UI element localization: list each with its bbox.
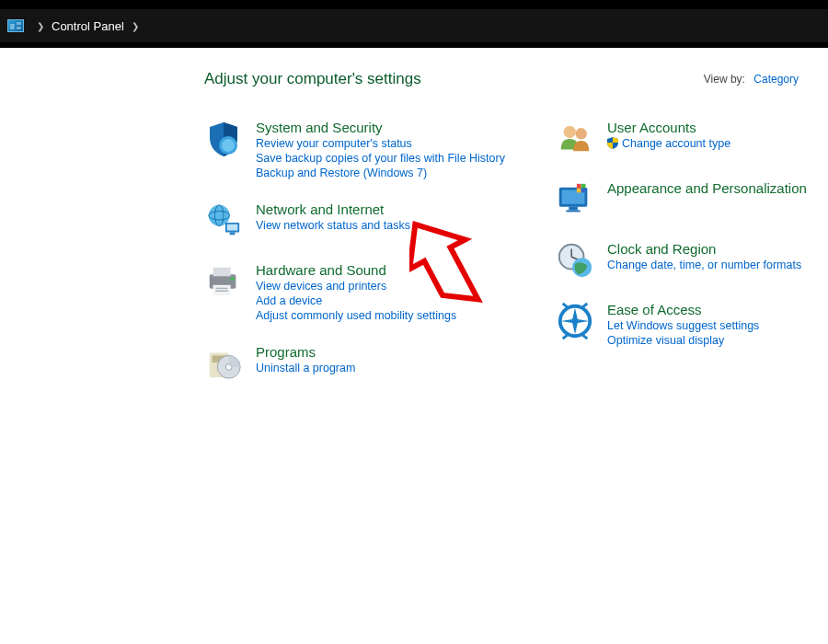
people-icon — [556, 120, 594, 158]
window-titlebar — [0, 0, 828, 9]
view-by-label: View by: — [704, 73, 745, 86]
control-panel-icon — [7, 19, 24, 32]
svg-rect-26 — [581, 184, 586, 189]
ease-of-access-icon — [556, 302, 594, 340]
sublink[interactable]: Uninstall a program — [256, 362, 355, 374]
sublink[interactable]: Adjust commonly used mobility settings — [256, 309, 456, 322]
category-link-user-accounts[interactable]: User Accounts — [607, 120, 696, 135]
chevron-right-icon[interactable]: ❯ — [124, 21, 146, 31]
disc-box-icon — [204, 344, 243, 383]
sublink[interactable]: Optimize visual display — [607, 334, 759, 347]
category-column-right: User Accounts Change account type — [556, 120, 813, 405]
category-hardware-sound: Hardware and Sound View devices and prin… — [204, 262, 508, 322]
sublink[interactable]: Save backup copies of your files with Fi… — [256, 152, 505, 165]
svg-rect-23 — [569, 207, 578, 211]
chevron-right-icon[interactable]: ❯ — [29, 21, 52, 31]
svg-point-1 — [222, 139, 235, 152]
monitor-personalization-icon — [556, 180, 594, 219]
svg-rect-6 — [227, 224, 237, 231]
sublink[interactable]: View devices and printers — [256, 280, 456, 293]
category-system-security: System and Security Review your computer… — [204, 120, 508, 179]
page-title: Adjust your computer's settings — [204, 70, 421, 88]
sublink[interactable]: Let Windows suggest settings — [607, 319, 759, 332]
sublink[interactable]: Change date, time, or number formats — [607, 259, 801, 271]
category-link-hardware-sound[interactable]: Hardware and Sound — [256, 262, 386, 278]
clock-globe-icon — [556, 241, 594, 280]
svg-point-11 — [231, 277, 235, 281]
category-link-network-internet[interactable]: Network and Internet — [256, 201, 384, 217]
sublink[interactable]: Change account type — [607, 137, 730, 150]
category-user-accounts: User Accounts Change account type — [556, 120, 813, 158]
sublink[interactable]: Backup and Restore (Windows 7) — [256, 167, 505, 179]
address-bar[interactable]: ❯ Control Panel ❯ — [0, 9, 828, 42]
uac-shield-icon — [607, 137, 618, 149]
svg-rect-25 — [577, 184, 581, 189]
category-network-internet: Network and Internet View network status… — [204, 201, 508, 240]
svg-rect-12 — [215, 288, 227, 289]
printer-icon — [204, 262, 243, 301]
svg-rect-27 — [577, 189, 581, 193]
sublink[interactable]: Review your computer's status — [256, 137, 505, 150]
content-area: Adjust your computer's settings View by:… — [0, 48, 828, 405]
category-ease-of-access: Ease of Access Let Windows suggest setti… — [556, 302, 813, 347]
svg-rect-28 — [581, 189, 586, 193]
globe-network-icon — [204, 201, 243, 240]
category-link-system-security[interactable]: System and Security — [256, 120, 383, 135]
category-appearance-personalization: Appearance and Personalization — [556, 180, 813, 219]
svg-rect-9 — [213, 268, 231, 277]
category-column-left: System and Security Review your computer… — [204, 120, 508, 405]
svg-point-20 — [575, 128, 586, 139]
category-programs: Programs Uninstall a program — [204, 344, 508, 383]
sublink[interactable]: Add a device — [256, 294, 456, 307]
view-by-dropdown[interactable]: Category — [753, 73, 799, 86]
svg-point-19 — [564, 126, 576, 138]
svg-rect-7 — [230, 232, 236, 235]
breadcrumb-control-panel[interactable]: Control Panel — [52, 19, 124, 33]
view-by: View by: Category — [704, 73, 799, 86]
category-clock-region: Clock and Region Change date, time, or n… — [556, 241, 813, 280]
svg-rect-13 — [215, 291, 227, 292]
category-link-programs[interactable]: Programs — [256, 344, 316, 360]
shield-icon — [204, 120, 243, 158]
svg-rect-24 — [566, 210, 580, 212]
category-link-appearance-personalization[interactable]: Appearance and Personalization — [607, 180, 807, 196]
category-link-ease-of-access[interactable]: Ease of Access — [607, 302, 702, 317]
sublink[interactable]: View network status and tasks — [256, 219, 410, 232]
category-link-clock-region[interactable]: Clock and Region — [607, 241, 716, 257]
